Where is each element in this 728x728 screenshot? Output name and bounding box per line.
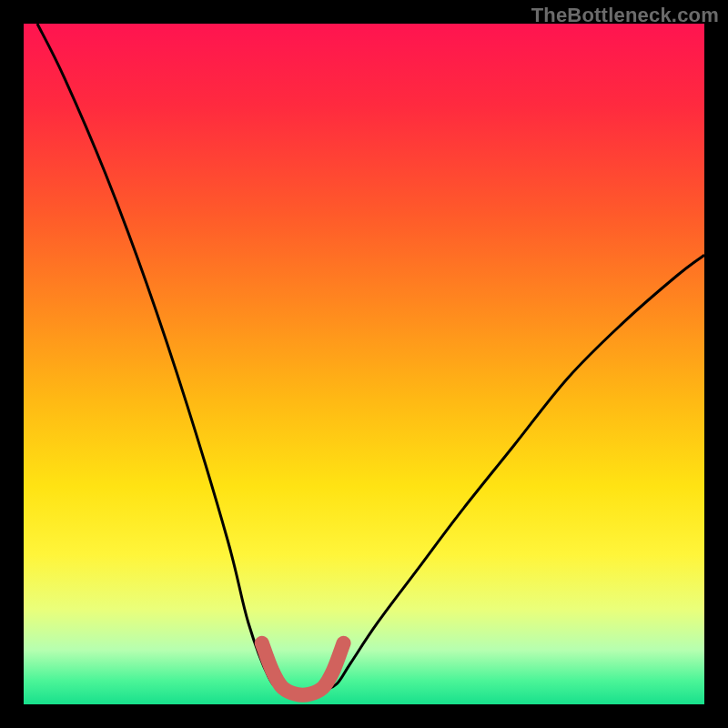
chart-svg	[24, 24, 704, 704]
chart-background	[24, 24, 704, 704]
chart-frame: TheBottleneck.com	[0, 0, 728, 728]
chart-plot-area	[24, 24, 704, 704]
watermark-text: TheBottleneck.com	[531, 4, 719, 27]
